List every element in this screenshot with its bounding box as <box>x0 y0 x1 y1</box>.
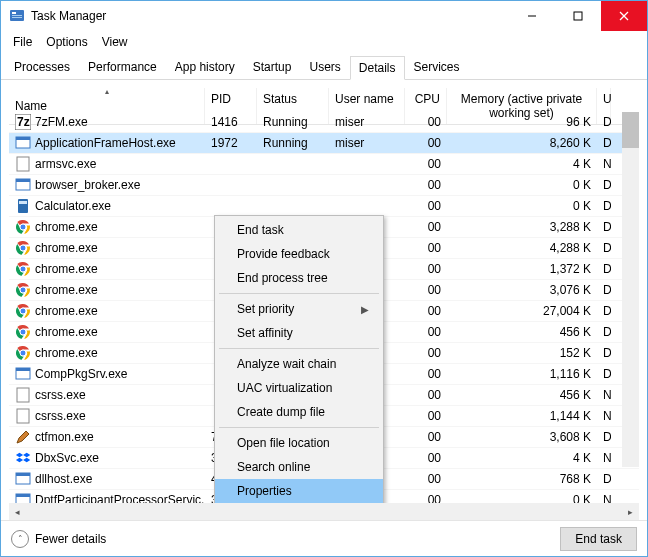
svg-rect-2 <box>12 15 22 16</box>
process-icon <box>15 450 31 466</box>
tab-services[interactable]: Services <box>405 55 469 79</box>
maximize-button[interactable] <box>555 1 601 31</box>
context-menu-item-end-process-tree[interactable]: End process tree <box>215 266 383 290</box>
process-name: browser_broker.exe <box>35 178 140 192</box>
context-menu-item-open-file-location[interactable]: Open file location <box>215 431 383 455</box>
process-u: N <box>597 493 611 503</box>
process-name: chrome.exe <box>35 220 98 234</box>
process-memory: 3,288 K <box>447 220 597 234</box>
horizontal-scrollbar[interactable]: ◂ ▸ <box>9 503 639 520</box>
process-icon <box>15 303 31 319</box>
context-menu-label: Open file location <box>237 436 330 450</box>
table-row[interactable]: armsvc.exe004 KN <box>9 154 639 175</box>
process-icon <box>15 387 31 403</box>
process-memory: 8,260 K <box>447 136 597 150</box>
process-memory: 456 K <box>447 325 597 339</box>
process-u: D <box>597 241 611 255</box>
process-memory: 152 K <box>447 346 597 360</box>
process-cpu: 00 <box>405 136 447 150</box>
process-u: D <box>597 346 611 360</box>
process-name: chrome.exe <box>35 346 98 360</box>
context-menu-label: End task <box>237 223 284 237</box>
fewer-details-button[interactable]: ˄ Fewer details <box>11 530 106 548</box>
context-menu-label: Search online <box>237 460 310 474</box>
process-memory: 1,372 K <box>447 262 597 276</box>
scrollbar-thumb[interactable] <box>622 112 639 148</box>
process-cpu: 00 <box>405 346 447 360</box>
context-menu-item-create-dump-file[interactable]: Create dump file <box>215 400 383 424</box>
context-menu-item-set-affinity[interactable]: Set affinity <box>215 321 383 345</box>
process-icon <box>15 240 31 256</box>
chevron-up-icon: ˄ <box>11 530 29 548</box>
minimize-button[interactable] <box>509 1 555 31</box>
table-row[interactable]: 7z7zFM.exe1416Runningmiser0096 KD <box>9 112 639 133</box>
context-menu-separator <box>219 293 379 294</box>
process-name: armsvc.exe <box>35 157 96 171</box>
process-cpu: 00 <box>405 304 447 318</box>
process-user: miser <box>329 136 405 150</box>
process-memory: 96 K <box>447 115 597 129</box>
end-task-button[interactable]: End task <box>560 527 637 551</box>
process-memory: 1,116 K <box>447 367 597 381</box>
context-menu-item-search-online[interactable]: Search online <box>215 455 383 479</box>
tab-performance[interactable]: Performance <box>79 55 166 79</box>
details-grid: ▴Name PID Status User name CPU Memory (a… <box>1 80 647 503</box>
context-menu-item-provide-feedback[interactable]: Provide feedback <box>215 242 383 266</box>
process-cpu: 00 <box>405 115 447 129</box>
vertical-scrollbar[interactable] <box>622 112 639 467</box>
context-menu-item-set-priority[interactable]: Set priority▶ <box>215 297 383 321</box>
context-menu-item-properties[interactable]: Properties <box>215 479 383 503</box>
menu-view[interactable]: View <box>96 33 134 51</box>
table-row[interactable]: Calculator.exe000 KD <box>9 196 639 217</box>
process-u: D <box>597 178 611 192</box>
table-row[interactable]: ApplicationFrameHost.exe1972Runningmiser… <box>9 133 639 154</box>
process-name: csrss.exe <box>35 409 86 423</box>
process-memory: 0 K <box>447 199 597 213</box>
process-u: N <box>597 451 611 465</box>
process-name: chrome.exe <box>35 304 98 318</box>
svg-rect-16 <box>19 201 27 204</box>
process-name: chrome.exe <box>35 262 98 276</box>
process-cpu: 00 <box>405 367 447 381</box>
context-menu-label: Properties <box>237 484 292 498</box>
tab-processes[interactable]: Processes <box>5 55 79 79</box>
context-menu-label: Provide feedback <box>237 247 330 261</box>
context-menu-item-uac-virtualization[interactable]: UAC virtualization <box>215 376 383 400</box>
svg-rect-45 <box>16 494 30 497</box>
process-user: miser <box>329 115 405 129</box>
process-name: Calculator.exe <box>35 199 111 213</box>
menu-options[interactable]: Options <box>40 33 93 51</box>
scroll-right-icon[interactable]: ▸ <box>622 503 639 520</box>
process-icon <box>15 408 31 424</box>
tab-details[interactable]: Details <box>350 56 405 80</box>
menu-file[interactable]: File <box>7 33 38 51</box>
process-cpu: 00 <box>405 430 447 444</box>
process-icon <box>15 156 31 172</box>
tab-users[interactable]: Users <box>300 55 349 79</box>
process-status: Running <box>257 136 329 150</box>
svg-rect-41 <box>17 409 29 423</box>
process-icon: 7z <box>15 114 31 130</box>
tab-app-history[interactable]: App history <box>166 55 244 79</box>
process-name: dllhost.exe <box>35 472 92 486</box>
context-menu-item-end-task[interactable]: End task <box>215 218 383 242</box>
svg-text:7z: 7z <box>17 115 30 129</box>
process-cpu: 00 <box>405 220 447 234</box>
tab-startup[interactable]: Startup <box>244 55 301 79</box>
process-u: D <box>597 367 611 381</box>
process-name: 7zFM.exe <box>35 115 88 129</box>
context-menu-item-analyze-wait-chain[interactable]: Analyze wait chain <box>215 352 383 376</box>
chevron-right-icon: ▶ <box>361 304 369 315</box>
window-controls <box>509 1 647 31</box>
process-cpu: 00 <box>405 472 447 486</box>
process-u: D <box>597 304 611 318</box>
table-row[interactable]: browser_broker.exe000 KD <box>9 175 639 196</box>
process-u: D <box>597 220 611 234</box>
process-name: chrome.exe <box>35 241 98 255</box>
menubar: File Options View <box>1 31 647 53</box>
process-pid: 1416 <box>205 115 257 129</box>
process-u: D <box>597 115 611 129</box>
scroll-left-icon[interactable]: ◂ <box>9 503 26 520</box>
process-icon <box>15 198 31 214</box>
close-button[interactable] <box>601 1 647 31</box>
